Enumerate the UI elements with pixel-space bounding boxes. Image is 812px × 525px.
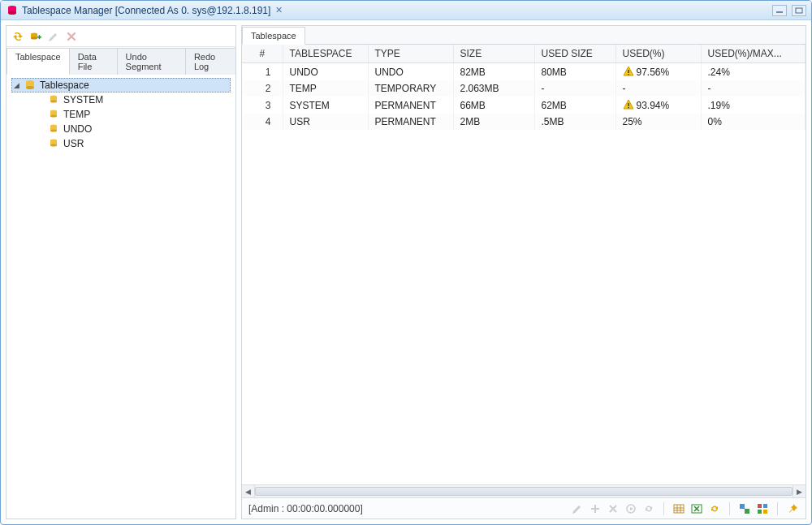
cell-used-pct-max: .19% [701, 97, 806, 114]
content-area: Tablespace Data File Undo Segment Redo L… [1, 20, 811, 524]
cylinder-icon [47, 108, 60, 121]
delete-x-icon [607, 502, 620, 515]
expander-icon[interactable]: ◢ [12, 81, 20, 89]
link-windows-icon[interactable] [738, 502, 751, 515]
svg-point-7 [31, 37, 37, 39]
scroll-left-icon[interactable]: ◀ [242, 485, 255, 497]
pin-icon[interactable] [786, 502, 799, 515]
col-tablespace[interactable]: TABLESPACE [283, 45, 368, 63]
scroll-thumb[interactable] [255, 487, 793, 496]
cylinder-icon [47, 93, 60, 106]
cell-used-pct-max: .24% [701, 63, 806, 81]
col-used-pct[interactable]: USED(%) [615, 45, 701, 63]
svg-rect-40 [758, 510, 762, 514]
svg-rect-26 [628, 74, 628, 75]
table-row[interactable]: 3SYSTEMPERMANENT66MB62MB93.94%.19% [242, 97, 806, 114]
tab-label: Undo Segment [126, 52, 162, 71]
tab-label: Tablespace [251, 31, 296, 41]
tab-undo-segment[interactable]: Undo Segment [117, 48, 186, 75]
edit-icon [47, 30, 60, 43]
cylinder-icon [47, 123, 60, 136]
table-row[interactable]: 4USRPERMANENT2MB.5MB25%0% [242, 114, 806, 130]
tree-root-label: Tablespace [40, 80, 89, 91]
cell-size: 2.063MB [453, 80, 534, 97]
horizontal-scrollbar[interactable]: ◀ ▶ [242, 484, 806, 497]
maximize-button[interactable] [792, 5, 806, 16]
svg-rect-30 [674, 505, 684, 513]
cell-used-size: - [534, 80, 615, 97]
tree-item-label: UNDO [63, 123, 92, 135]
right-panel: Tablespace # TABLESPACE TYPE SIZE [241, 25, 806, 519]
tree-item-label: SYSTEM [63, 94, 103, 105]
tree-item-system[interactable]: SYSTEM [11, 93, 231, 107]
table-row[interactable]: 2TEMPTEMPORARY2.063MB--- [242, 80, 806, 97]
scroll-right-icon[interactable]: ▶ [793, 485, 806, 497]
cell-used-pct-max: - [701, 80, 806, 97]
tree-item-label: TEMP [63, 109, 90, 120]
tree-item-usr[interactable]: USR [11, 136, 231, 151]
svg-point-12 [26, 86, 34, 89]
svg-rect-27 [628, 103, 628, 106]
cell-type: UNDO [368, 63, 453, 81]
app-window: Tablespace Manager [Connected As 0. sys@… [0, 0, 812, 525]
svg-rect-39 [763, 504, 767, 508]
cell-size: 2MB [453, 114, 534, 130]
status-bar: [Admin : 00:00:00.000000] [242, 497, 806, 519]
svg-rect-9 [39, 35, 41, 39]
cell-tablespace: SYSTEM [283, 97, 368, 114]
refresh-icon [642, 502, 655, 515]
tree-item-undo[interactable]: UNDO [11, 122, 231, 136]
grid-icon[interactable] [672, 502, 685, 515]
col-used-pct-max[interactable]: USED(%)/MAX... [701, 45, 806, 63]
svg-rect-38 [758, 504, 762, 508]
tab-redo-log[interactable]: Redo Log [185, 48, 236, 75]
grid-area: # TABLESPACE TYPE SIZE USED SIZE USED(%)… [242, 45, 806, 497]
table-row[interactable]: 1UNDOUNDO82MB80MB97.56%.24% [242, 63, 806, 81]
cell-tablespace: TEMP [283, 80, 368, 97]
svg-point-2 [8, 11, 16, 15]
cell-size: 66MB [453, 97, 534, 114]
svg-point-24 [50, 144, 57, 147]
window-controls [772, 5, 806, 16]
tree-item-label: USR [63, 138, 84, 149]
tab-data-file[interactable]: Data File [69, 48, 118, 75]
refresh-all-icon[interactable] [11, 30, 24, 43]
cell-used-size: .5MB [534, 114, 615, 130]
plus-icon [589, 502, 602, 515]
cell-number: 1 [242, 63, 283, 81]
tree-view[interactable]: ◢ Tablespace SYSTEM [6, 75, 235, 519]
col-type[interactable]: TYPE [368, 45, 453, 63]
refresh-gold-icon[interactable] [708, 502, 721, 515]
app-icon [6, 4, 19, 17]
status-text: [Admin : 00:00:00.000000] [248, 503, 363, 514]
cell-used-pct: 93.94% [615, 97, 701, 114]
minimize-button[interactable] [772, 5, 787, 16]
tree-item-temp[interactable]: TEMP [11, 107, 231, 122]
svg-point-21 [50, 130, 57, 132]
col-size[interactable]: SIZE [453, 45, 534, 63]
excel-export-icon[interactable] [690, 502, 703, 515]
cell-tablespace: UNDO [283, 63, 368, 81]
svg-point-18 [50, 115, 57, 118]
four-squares-icon[interactable] [756, 502, 769, 515]
tree-root-tablespace[interactable]: ◢ Tablespace [11, 78, 231, 93]
right-tab-tablespace[interactable]: Tablespace [242, 27, 305, 45]
cell-used-pct: 97.56% [615, 63, 701, 81]
svg-rect-4 [796, 8, 802, 13]
tab-tablespace[interactable]: Tablespace [6, 48, 70, 75]
cell-used-size: 62MB [534, 97, 615, 114]
grid-header-row[interactable]: # TABLESPACE TYPE SIZE USED SIZE USED(%)… [242, 45, 806, 63]
warning-icon [623, 66, 634, 77]
col-number[interactable]: # [242, 45, 283, 63]
window-title: Tablespace Manager [Connected As 0. sys@… [22, 5, 270, 16]
svg-rect-25 [628, 70, 628, 73]
tab-close-icon[interactable]: ✕ [275, 5, 283, 15]
left-toolbar [6, 26, 235, 47]
tablespace-grid[interactable]: # TABLESPACE TYPE SIZE USED SIZE USED(%)… [242, 45, 806, 130]
cell-tablespace: USR [283, 114, 368, 130]
clone-icon[interactable] [29, 30, 42, 43]
cell-used-pct: 25% [615, 114, 701, 130]
run-icon [624, 502, 637, 515]
tab-label: Tablespace [15, 52, 61, 62]
col-used-size[interactable]: USED SIZE [534, 45, 615, 63]
